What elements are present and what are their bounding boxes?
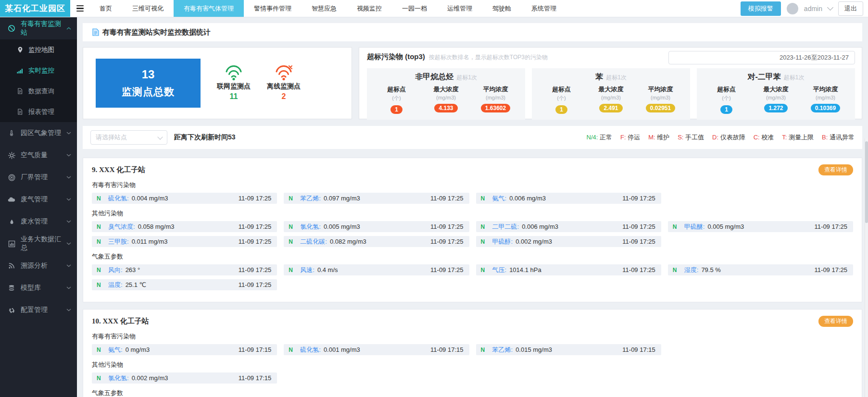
signal-bars-icon [16,67,24,74]
measurement-time: 11-09 17:25 [239,223,271,230]
sidebar-subitem-2[interactable]: 数据查询 [0,81,77,101]
metric-label: 最大浓度 [751,85,801,94]
logout-button[interactable]: 退出 [838,1,863,16]
pollutant-link[interactable]: 氨气: [108,346,123,354]
sidebar-item-2[interactable]: 空气质量 [0,144,77,166]
sidebar-item-4[interactable]: 废气管理 [0,188,77,211]
nav-tab-8[interactable]: 驾驶舱 [482,0,521,17]
nav-tab-6[interactable]: 一园一档 [392,0,437,17]
pollutant-link[interactable]: 甲硫醇: [492,237,513,246]
nav-tab-4[interactable]: 智慧应急 [302,0,347,17]
view-detail-button[interactable]: 查看详情 [818,316,853,327]
status-flag: N [481,195,492,202]
document-icon [16,87,24,95]
filter-bar: 请选择站点 距离下次刷新时间53 N/4: 正常F: 停运M: 维护S: 手工值… [83,126,862,149]
chevron-down-icon[interactable] [827,4,833,11]
measurement-value: 263 ° [126,266,140,273]
sidebar-subitem-0[interactable]: 监控地图 [0,39,77,60]
sidebar-item-1[interactable]: 园区气象管理 [0,122,77,144]
sidebar-subitem-3[interactable]: 报表管理 [0,101,77,122]
pollutant-link[interactable]: 湿度: [684,266,699,274]
sidebar-item-0[interactable]: 有毒有害监测站 [0,17,77,39]
pollutant-link[interactable]: 氯化氢: [108,374,129,383]
pollutant-link[interactable]: 气压: [492,266,507,274]
pollutant-link[interactable]: 二甲二硫: [492,223,519,231]
pollutant-link[interactable]: 苯乙烯: [300,194,321,203]
sidebar-item-7[interactable]: 溯源分析 [0,255,77,277]
username[interactable]: admin [804,5,822,12]
measurement-row: N臭气浓度:0.058 mg/m311-09 17:25N氯化氢:0.005 m… [92,221,853,232]
nav-right: 模拟报警 admin 退出 [741,0,868,17]
legend-label: 手工值 [685,134,704,141]
nav-tab-3[interactable]: 警情事件管理 [244,0,302,17]
pollutant-link[interactable]: 氯化氢: [300,223,321,231]
station-select[interactable]: 请选择站点 [90,130,167,145]
measurement-value: 0.006 mg/m3 [509,195,546,202]
metric-unit: (mg/m3) [801,95,850,100]
nav-tab-2[interactable]: 有毒有害气体管理 [174,0,244,17]
measurement-value: 79.5 % [701,266,720,273]
metric-label: 平均浓度 [636,85,685,94]
measurement-time: 11-09 17:25 [239,195,271,202]
nav-tab-9[interactable]: 系统管理 [521,0,566,17]
pollutant-link[interactable]: 苯乙烯: [492,346,513,354]
simulate-alarm-button[interactable]: 模拟报警 [741,1,781,16]
exceed-times: 超标1次 [784,74,805,81]
scrollbar-thumb[interactable] [865,141,868,223]
measurement-cell: N甲硫醇:0.002 mg/m311-09 17:25 [476,236,661,247]
offline-points-label: 离线监测点 [267,82,301,91]
nav-tab-1[interactable]: 三维可视化 [122,0,174,17]
legend-label: 停运 [628,134,640,141]
sidebar-subitem-1[interactable]: 实时监控 [0,60,77,81]
menu-toggle-icon[interactable] [70,0,89,17]
section-label: 其他污染物 [92,209,853,218]
sidebar-item-3[interactable]: 厂界管理 [0,166,77,188]
nav-tab-7[interactable]: 运维管理 [437,0,482,17]
top3-hint: 按超标次数排名，显示超标次数TOP3的污染物 [429,53,548,62]
pollutant-link[interactable]: 硫化氢: [108,194,129,203]
metric-column: 超标点(个)1 [537,85,586,114]
pollutant-link[interactable]: 臭气浓度: [108,223,135,231]
measurement-cell: N硫化氢:0.004 mg/m311-09 17:25 [92,193,277,204]
pollutant-link[interactable]: 甲硫醚: [684,223,705,231]
measurement-time: 11-09 17:25 [430,238,463,245]
page-title-bar: 有毒有害监测站实时监控数据统计 [83,23,862,41]
pollutant-link[interactable]: 氨气: [492,194,507,203]
vertical-scrollbar[interactable] [865,138,868,397]
status-flag: N [97,223,108,230]
metric-label: 平均浓度 [801,85,850,94]
sidebar-item-label: 有毒有害监测站 [21,20,66,37]
measurement-cell: N硫化氢:0.001 mg/m311-09 17:15 [284,344,469,355]
view-detail-button[interactable]: 查看详情 [818,164,853,175]
chevron-down-icon [66,198,71,201]
pollutant-link[interactable]: 风向: [108,266,123,274]
pollutant-link[interactable]: 三甲胺: [108,237,129,246]
pollutant-link[interactable]: 二硫化碳: [300,237,327,246]
measurement-value: 0.005 mg/m3 [324,223,360,230]
sidebar-item-label: 溯源分析 [21,261,48,270]
sidebar-group-2: 空气质量 [0,144,77,166]
legend-item-3: S: 手工值 [678,133,704,142]
sidebar-item-9[interactable]: 配置管理 [0,299,77,321]
nav-tab-5[interactable]: 视频监控 [347,0,392,17]
sidebar-item-8[interactable]: 模型库 [0,277,77,299]
date-range-input[interactable]: 2023-11-26至2023-11-27 [668,51,855,64]
nav-tab-0[interactable]: 首页 [89,0,122,17]
pollutant-link[interactable]: 硫化氢: [300,346,321,354]
metric-label: 超标点 [372,85,421,94]
measurement-time: 11-09 17:15 [239,374,271,382]
pollutant-link[interactable]: 温度: [108,281,123,289]
thermometer-icon [8,129,15,137]
metric-value-wrap: 1.63602 [471,100,520,112]
sidebar-item-6[interactable]: 业务大数据汇总 [0,233,77,255]
avatar[interactable] [787,3,798,14]
measurement-cell: N苯乙烯:0.097 mg/m311-09 17:25 [284,193,469,204]
station-list: 9. XXX 化工子站查看详情有毒有害污染物N硫化氢:0.004 mg/m311… [83,158,862,397]
sidebar-group-9: 配置管理 [0,299,77,321]
pollutant-link[interactable]: 风速: [300,266,314,274]
top3-pollutant-cards: 非甲烷总烃超标1次超标点(个)1最大浓度(mg/m3)4.133平均浓度(mg/… [367,68,855,120]
sidebar-item-label: 配置管理 [21,306,48,314]
metric-value-badge: 4.133 [434,104,457,112]
sidebar-item-5[interactable]: 废水管理 [0,211,77,233]
sidebar-item-label: 废气管理 [21,195,48,204]
